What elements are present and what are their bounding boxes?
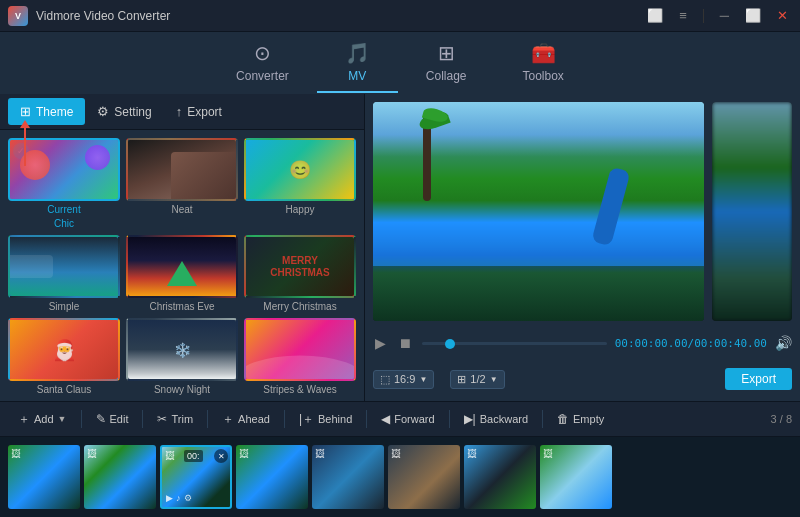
nav-converter[interactable]: ⊙ Converter	[208, 33, 317, 93]
collage-icon: ⊞	[438, 41, 455, 65]
app-icon: V	[8, 6, 28, 26]
theme-label-simple: Simple	[49, 301, 80, 312]
trim-tool-button[interactable]: ✂ Trim	[147, 408, 203, 430]
window-controls: ⬜ ≡ ─ ⬜ ✕	[643, 6, 792, 25]
theme-item-santa-claus[interactable]: 🎅 Santa Claus	[8, 318, 120, 395]
add-dropdown-arrow: ▼	[58, 414, 67, 424]
merry-christmas-text: MERRYCHRISTMAS	[270, 255, 329, 279]
behind-tool-button[interactable]: |＋ Behind	[289, 407, 362, 432]
export-main-button[interactable]: Export	[725, 368, 792, 390]
left-panel: ⊞ Theme ⚙ Setting ↑ Export ✓	[0, 94, 365, 401]
chat-icon[interactable]: ⬜	[643, 6, 667, 25]
theme-item-simple[interactable]: Simple	[8, 235, 120, 312]
theme-thumb-merry-christmas: MERRYCHRISTMAS	[244, 235, 356, 298]
time-display: 00:00:00.00/00:00:40.00	[615, 337, 767, 350]
theme-grid-icon: ⊞	[20, 104, 31, 119]
app-title: Vidmore Video Converter	[36, 9, 643, 23]
close-button[interactable]: ✕	[773, 6, 792, 25]
trim-scissors-icon: ✂	[157, 412, 167, 426]
nav-collage[interactable]: ⊞ Collage	[398, 33, 495, 93]
nav-mv-label: MV	[348, 69, 366, 83]
separator-5	[366, 410, 367, 428]
timeline-item-8[interactable]: 🖼	[540, 445, 612, 509]
theme-item-happy[interactable]: 😊 Happy	[244, 138, 356, 229]
minimize-button[interactable]: ─	[716, 6, 733, 25]
theme-item-christmas-eve[interactable]: Christmas Eve	[126, 235, 238, 312]
play-button[interactable]: ▶	[373, 333, 388, 353]
ahead-tool-button[interactable]: ＋ Ahead	[212, 407, 280, 432]
tl-close-button-3[interactable]: ✕	[214, 449, 228, 463]
progress-bar[interactable]	[422, 342, 607, 345]
setting-gear-icon: ⚙	[97, 104, 109, 119]
theme-item-neat[interactable]: Neat	[126, 138, 238, 229]
tl-play-btn-3[interactable]: ▶	[166, 493, 173, 503]
aspect-icon: ⬚	[380, 373, 390, 386]
menu-icon[interactable]: ≡	[675, 6, 691, 25]
add-tool-button[interactable]: ＋ Add ▼	[8, 407, 77, 432]
add-icon: ＋	[18, 411, 30, 428]
tl-image-icon-4: 🖼	[239, 448, 249, 459]
sub-toolbar: ⊞ Theme ⚙ Setting ↑ Export	[0, 94, 364, 130]
timeline-item-7[interactable]: 🖼	[464, 445, 536, 509]
right-panel: ▶ ⏹ 00:00:00.00/00:00:40.00 🔊 ⬚ 16:9 ▼ ⊞…	[365, 94, 800, 401]
behind-icon: |＋	[299, 411, 314, 428]
aspect-ratio-select[interactable]: ⬚ 16:9 ▼	[373, 370, 434, 389]
theme-item-merry-christmas[interactable]: MERRYCHRISTMAS Merry Christmas	[244, 235, 356, 312]
separator-3	[207, 410, 208, 428]
timeline-item-5[interactable]: 🖼	[312, 445, 384, 509]
export-button[interactable]: ↑ Export	[164, 98, 234, 125]
tl-settings-btn-3[interactable]: ⚙	[184, 493, 192, 503]
theme-item-stripes-waves[interactable]: Stripes & Waves	[244, 318, 356, 395]
timeline-item-4[interactable]: 🖼	[236, 445, 308, 509]
timeline-item-1[interactable]: 🖼	[8, 445, 80, 509]
stop-button[interactable]: ⏹	[396, 333, 414, 353]
tl-image-icon-6: 🖼	[391, 448, 401, 459]
red-arrow-indicator	[24, 126, 26, 166]
scale-value: 1/2	[470, 373, 485, 385]
nav-toolbox-label: Toolbox	[523, 69, 564, 83]
theme-label-christmas-eve: Christmas Eve	[149, 301, 214, 312]
theme-thumb-happy: 😊	[244, 138, 356, 201]
timeline-item-3[interactable]: ✕ 🖼 00: ▶ ♪ ⚙	[160, 445, 232, 509]
setting-button[interactable]: ⚙ Setting	[85, 98, 163, 125]
tl-image-icon-1: 🖼	[11, 448, 21, 459]
theme-label-happy: Happy	[286, 204, 315, 215]
forward-tool-button[interactable]: ◀ Forward	[371, 408, 444, 430]
volume-icon[interactable]: 🔊	[775, 335, 792, 351]
export-arrow-icon: ↑	[176, 104, 183, 119]
edit-tool-button[interactable]: ✎ Edit	[86, 408, 139, 430]
theme-grid: ✓ Current Chic Neat	[0, 130, 364, 401]
separator-7	[542, 410, 543, 428]
export-row: ⬚ 16:9 ▼ ⊞ 1/2 ▼ Export	[373, 365, 792, 393]
theme-label-merry-christmas: Merry Christmas	[263, 301, 336, 312]
aspect-value: 16:9	[394, 373, 415, 385]
forward-icon: ◀	[381, 412, 390, 426]
theme-thumb-christmas-eve	[126, 235, 238, 298]
top-navigation: ⊙ Converter 🎵 MV ⊞ Collage 🧰 Toolbox	[0, 32, 800, 94]
tl-vol-btn-3[interactable]: ♪	[176, 493, 181, 503]
nav-converter-label: Converter	[236, 69, 289, 83]
theme-thumb-santa-claus: 🎅	[8, 318, 120, 381]
separator-6	[449, 410, 450, 428]
mv-icon: 🎵	[345, 41, 370, 65]
theme-label-snowy-night: Snowy Night	[154, 384, 210, 395]
scale-dropdown-icon: ▼	[490, 375, 498, 384]
tl-image-icon-7: 🖼	[467, 448, 477, 459]
theme-label-stripes-waves: Stripes & Waves	[263, 384, 337, 395]
ahead-icon: ＋	[222, 411, 234, 428]
timeline-item-6[interactable]: 🖼	[388, 445, 460, 509]
converter-icon: ⊙	[254, 41, 271, 65]
timeline-item-2[interactable]: 🖼	[84, 445, 156, 509]
preview-side-image	[712, 102, 792, 321]
empty-tool-button[interactable]: 🗑 Empty	[547, 408, 614, 430]
theme-item-snowy-night[interactable]: ❄️ Snowy Night	[126, 318, 238, 395]
timeline: 🖼 🖼 ✕ 🖼 00: ▶ ♪ ⚙ 🖼 🖼 🖼	[0, 437, 800, 517]
theme-thumb-simple	[8, 235, 120, 298]
nav-mv[interactable]: 🎵 MV	[317, 33, 398, 93]
nav-toolbox[interactable]: 🧰 Toolbox	[495, 33, 592, 93]
theme-label-neat: Neat	[171, 204, 192, 215]
scale-select[interactable]: ⊞ 1/2 ▼	[450, 370, 504, 389]
backward-tool-button[interactable]: ▶| Backward	[454, 408, 538, 430]
restore-button[interactable]: ⬜	[741, 6, 765, 25]
tl-play-controls-3: ▶ ♪ ⚙	[166, 493, 192, 503]
